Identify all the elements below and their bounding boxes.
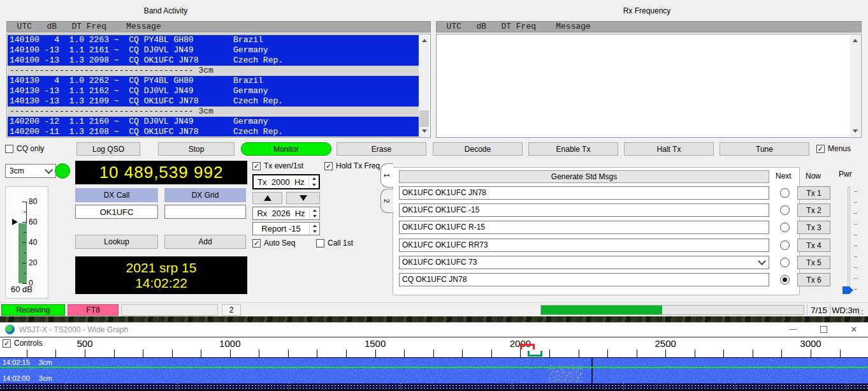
spectrum-gridline <box>177 383 178 390</box>
tx-message-input-3[interactable]: OK1UFC OK1UFC R-15 <box>399 221 769 234</box>
decoded-message-row[interactable]: 140100 -13 1.1 2161 ~ CQ DJ0VL JN49 Germ… <box>8 45 419 55</box>
erase-button[interactable]: Erase <box>336 142 426 156</box>
spin-down-icon[interactable] <box>312 184 316 186</box>
add-button[interactable]: Add <box>164 235 246 249</box>
monitor-button[interactable]: Monitor <box>241 142 331 156</box>
rx-frequency-spinner[interactable]: Rx 2026 Hz <box>252 207 320 220</box>
tx-message-status-box <box>121 304 218 316</box>
wide-graph-icon <box>5 325 15 334</box>
spin-up-icon[interactable] <box>313 209 317 212</box>
tx-message-input-6[interactable]: CQ OK1UFC JN78 <box>399 273 769 286</box>
pwr-slider-track[interactable] <box>848 187 850 291</box>
decoded-message-row[interactable]: 140130 -13 1.3 2109 ~ CQ OK1UFC JN78 Cze… <box>8 96 419 107</box>
dx-grid-input[interactable] <box>164 205 246 219</box>
band-activity-list[interactable]: 140100 4 1.0 2263 ~ CQ PY4BL GH80 Brazil… <box>6 34 431 138</box>
frequency-scale[interactable]: 50010001500200025003000 <box>0 337 868 357</box>
next-column-label: Next <box>776 172 792 181</box>
scroll-up-icon[interactable] <box>419 35 430 46</box>
tx-even-checkbox[interactable]: ✓Tx even/1st <box>252 161 303 170</box>
spin-down-icon[interactable] <box>313 230 317 233</box>
spinner-buttons[interactable] <box>309 207 319 219</box>
shift-down-button[interactable] <box>286 192 320 204</box>
pwr-slider-handle[interactable] <box>843 286 853 294</box>
shift-up-button[interactable] <box>252 192 282 204</box>
close-button[interactable]: ✕ <box>840 322 868 337</box>
spinner-buttons[interactable] <box>308 175 319 188</box>
tx-6-button[interactable]: Tx 6 <box>797 273 830 286</box>
cq-only-checkbox[interactable]: CQ only <box>5 144 44 153</box>
controls-checkbox[interactable]: ✓Controls <box>3 339 43 348</box>
next-radio-3[interactable] <box>780 223 790 232</box>
scale-tick <box>433 350 434 357</box>
scroll-down-icon[interactable] <box>419 126 430 136</box>
minimize-button[interactable] <box>779 322 807 337</box>
tx-message-input-5[interactable]: OK1UFC OK1UFC 73 <box>399 256 769 269</box>
maximize-icon <box>820 326 827 333</box>
lookup-button[interactable]: Lookup <box>75 235 158 249</box>
wide-graph-titlebar[interactable] <box>0 322 868 337</box>
tx-message-input-2[interactable]: OK1UFC OK1UFC -15 <box>399 203 769 217</box>
rx-frequency-scrollbar[interactable] <box>850 35 860 136</box>
stop-button[interactable]: Stop <box>158 142 235 156</box>
auto-seq-checkbox[interactable]: ✓Auto Seq <box>252 239 295 247</box>
spin-up-icon[interactable] <box>312 177 316 180</box>
tab-1[interactable]: 1 <box>380 163 393 188</box>
hold-tx-freq-checkbox[interactable]: ✓Hold Tx Freq <box>324 161 380 170</box>
tune-button[interactable]: Tune <box>720 142 809 156</box>
rx-frequency-list[interactable] <box>436 34 862 138</box>
band-activity-scrollbar[interactable] <box>419 35 430 136</box>
decoded-message-row[interactable]: 140100 4 1.0 2263 ~ CQ PY4BL GH80 Brazil <box>8 35 419 45</box>
decoded-message-row[interactable]: 140200 -12 1.1 2160 ~ CQ DJ0VL JN49 Germ… <box>8 117 419 127</box>
tx-2-button[interactable]: Tx 2 <box>797 203 830 217</box>
next-radio-1[interactable] <box>780 188 790 198</box>
next-radio-5[interactable] <box>780 258 790 267</box>
log-qso-button[interactable]: Log QSO <box>76 142 140 156</box>
meter-scale-label: 0 <box>29 279 33 288</box>
next-radio-4[interactable] <box>780 240 790 250</box>
tx-frequency-marker[interactable] <box>520 344 535 350</box>
halt-tx-button[interactable]: Halt Tx <box>624 142 714 156</box>
generate-std-msgs-button[interactable]: Generate Std Msgs <box>399 170 769 183</box>
dx-call-input[interactable]: OK1UFC <box>75 205 158 219</box>
next-radio-2[interactable] <box>780 205 790 215</box>
scrollbar-thumb[interactable] <box>419 110 429 127</box>
status-lamp <box>55 163 70 179</box>
decoded-message-row[interactable]: 140100 -13 1.3 2098 ~ CQ OK1UFC JN78 Cze… <box>8 55 419 66</box>
decoded-message-row[interactable]: 140130 4 1.0 2262 ~ CQ PY4BL GH80 Brazil <box>8 76 419 86</box>
next-radio-6[interactable] <box>780 275 790 284</box>
band-select[interactable]: 3cm <box>5 164 56 178</box>
decode-button[interactable]: Decode <box>433 142 523 156</box>
scale-tick <box>781 350 782 357</box>
tab-2[interactable]: 2 <box>380 189 393 213</box>
checkbox-box: ✓ <box>252 162 261 170</box>
tx-4-button[interactable]: Tx 4 <box>797 239 830 252</box>
tx-message-text: CQ OK1UFC JN78 <box>402 274 467 286</box>
clock-display: 2021 srp 15 14:02:22 <box>75 256 247 294</box>
scroll-down-icon[interactable] <box>850 126 860 136</box>
menus-checkbox[interactable]: ✓Menus <box>816 144 851 153</box>
scroll-up-icon[interactable] <box>850 35 860 46</box>
tx-3-button[interactable]: Tx 3 <box>797 221 830 234</box>
spinner-buttons[interactable] <box>309 223 319 235</box>
rx-frequency-marker[interactable] <box>528 351 542 357</box>
waterfall[interactable]: 14:02:15 3cm 14:02:00 3cm <box>0 357 868 383</box>
tx-message-input-4[interactable]: OK1UFC OK1UFC RR73 <box>399 239 769 252</box>
decoded-message-row[interactable]: 140130 -13 1.1 2162 ~ CQ DJ0VL JN49 Germ… <box>8 86 419 96</box>
timestamp-text: 14:02:15 <box>3 358 30 366</box>
frequency-display[interactable]: 10 489,539 992 <box>75 161 247 184</box>
scale-label-3000: 3000 <box>797 338 825 349</box>
resize-grip-icon[interactable] <box>862 310 863 311</box>
tx-5-button[interactable]: Tx 5 <box>797 256 830 269</box>
meter-scale-label: 60 <box>29 218 37 226</box>
enable-tx-button[interactable]: Enable Tx <box>528 142 618 156</box>
spin-down-icon[interactable] <box>313 215 317 218</box>
spin-up-icon[interactable] <box>313 225 317 227</box>
tx-1-button[interactable]: Tx 1 <box>797 186 830 200</box>
tx-message-input-1[interactable]: OK1UFC OK1UFC JN78 <box>399 186 769 200</box>
band-text: 3cm <box>39 374 52 382</box>
decoded-message-row[interactable]: 140200 -11 1.3 2108 ~ CQ OK1UFC JN78 Cze… <box>8 127 419 136</box>
report-spinner[interactable]: Report -15 <box>252 222 320 235</box>
call-1st-checkbox[interactable]: Call 1st <box>316 239 353 247</box>
maximize-button[interactable] <box>809 322 837 337</box>
tx-frequency-spinner[interactable]: Tx 2000 Hz <box>252 174 320 189</box>
